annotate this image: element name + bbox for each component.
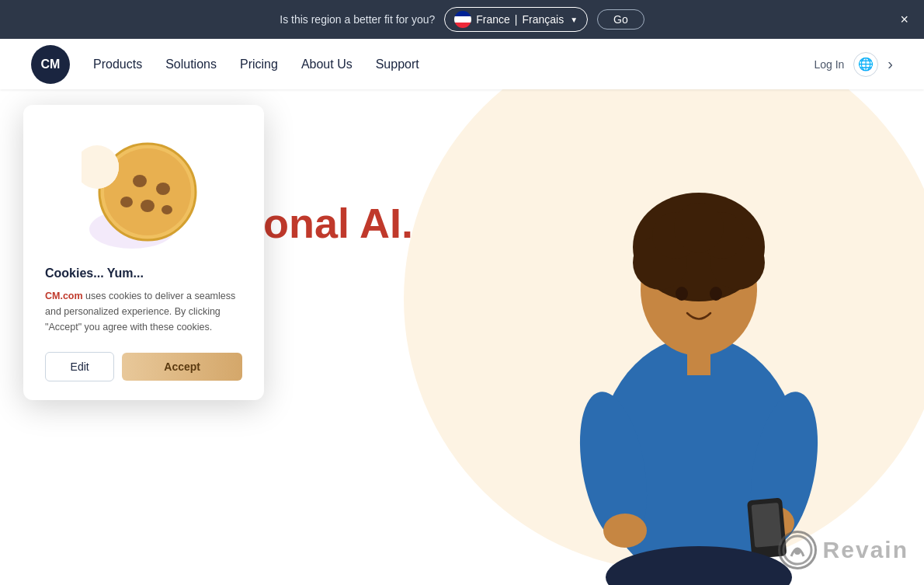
close-banner-button[interactable]: × xyxy=(900,12,908,26)
revain-text: Revain xyxy=(823,537,908,563)
cookie-modal: Cookies... Yum... CM.com uses cookies to… xyxy=(23,105,264,400)
revain-watermark: Revain xyxy=(778,531,908,569)
go-button[interactable]: Go xyxy=(597,9,644,30)
separator: | xyxy=(515,13,518,26)
nav-item-pricing[interactable]: Pricing xyxy=(240,57,278,71)
nav-item-about[interactable]: About Us xyxy=(301,57,353,71)
svg-point-13 xyxy=(603,514,647,548)
hero-person-image xyxy=(551,134,846,585)
svg-point-26 xyxy=(133,175,147,187)
revain-icon xyxy=(778,531,817,569)
svg-point-28 xyxy=(141,200,155,212)
language-name: Français xyxy=(522,13,564,26)
hero-section: Cloud Chatbots Conversational AI. ...exp… xyxy=(0,89,924,585)
region-selector-button[interactable]: France | Français ▼ xyxy=(444,7,588,32)
globe-button[interactable]: 🌐 xyxy=(853,52,878,77)
svg-point-19 xyxy=(794,548,801,555)
nav-chevron-button[interactable]: › xyxy=(888,55,893,73)
cookie-brand: CM.com xyxy=(45,291,83,301)
cookie-edit-button[interactable]: Edit xyxy=(45,352,114,381)
nav-links: Products Solutions Pricing About Us Supp… xyxy=(93,57,814,71)
cookie-actions: Edit Accept xyxy=(45,352,242,381)
cookie-body: CM.com uses cookies to deliver a seamles… xyxy=(45,288,242,335)
cookie-title: Cookies... Yum... xyxy=(45,266,242,280)
navbar: CM Products Solutions Pricing About Us S… xyxy=(0,39,924,89)
svg-point-8 xyxy=(676,287,688,301)
svg-point-30 xyxy=(162,205,172,214)
region-question: Is this region a better fit for you? xyxy=(280,13,435,26)
logo[interactable]: CM xyxy=(31,45,70,84)
svg-point-7 xyxy=(674,203,724,252)
cookie-icon-wrap xyxy=(45,128,242,252)
svg-point-9 xyxy=(710,287,722,301)
login-link[interactable]: Log In xyxy=(814,58,844,71)
svg-point-29 xyxy=(120,197,133,207)
cookie-image xyxy=(82,128,206,252)
nav-right: Log In 🌐 › xyxy=(814,52,893,77)
france-flag xyxy=(454,11,471,28)
region-banner: Is this region a better fit for you? Fra… xyxy=(0,0,924,39)
chevron-down-icon: ▼ xyxy=(570,16,578,24)
svg-rect-10 xyxy=(687,344,710,375)
globe-icon: 🌐 xyxy=(858,57,874,71)
nav-item-solutions[interactable]: Solutions xyxy=(165,57,217,71)
cookie-accept-button[interactable]: Accept xyxy=(122,353,242,381)
region-name: France xyxy=(476,13,510,26)
nav-item-support[interactable]: Support xyxy=(376,57,419,71)
nav-item-products[interactable]: Products xyxy=(93,57,142,71)
svg-point-27 xyxy=(156,183,170,195)
